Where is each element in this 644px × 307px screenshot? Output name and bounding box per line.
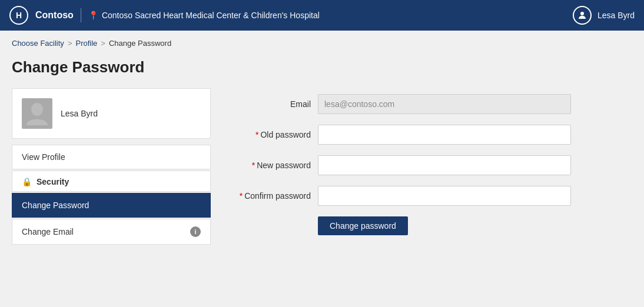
- user-avatar-icon[interactable]: [573, 6, 592, 25]
- header-divider: [81, 8, 81, 22]
- svg-point-1: [31, 103, 43, 116]
- header-right: Lesa Byrd: [573, 6, 635, 25]
- change-password-label: Change Password: [22, 201, 89, 210]
- sidebar-username: Lesa Byrd: [61, 109, 98, 118]
- breadcrumb-sep-2: >: [101, 39, 105, 48]
- required-marker-2: *: [252, 161, 255, 170]
- sidebar-item-view-profile[interactable]: View Profile: [12, 145, 211, 169]
- info-icon: i: [190, 226, 201, 237]
- new-password-field[interactable]: [318, 155, 571, 175]
- confirm-password-row: *Confirm password: [234, 186, 632, 206]
- form-area: Email *Old password *New password: [234, 88, 632, 246]
- content-layout: Lesa Byrd View Profile 🔒 Security Change…: [12, 88, 632, 246]
- page-title: Change Password: [12, 58, 632, 76]
- sidebar-security-header: 🔒 Security: [12, 171, 211, 192]
- header-left: H Contoso 📍 Contoso Sacred Heart Medical…: [9, 6, 320, 25]
- facility-name: Contoso Sacred Heart Medical Center & Ch…: [102, 11, 320, 20]
- confirm-password-field[interactable]: [318, 186, 571, 206]
- app-logo: H: [9, 6, 28, 25]
- change-password-button[interactable]: Change password: [318, 216, 408, 235]
- email-row: Email: [234, 94, 632, 114]
- old-password-row: *Old password: [234, 125, 632, 145]
- breadcrumb-profile[interactable]: Profile: [75, 39, 97, 48]
- new-password-label: *New password: [234, 161, 311, 170]
- change-email-label: Change Email: [22, 227, 74, 236]
- sidebar-user-card: Lesa Byrd: [12, 88, 211, 139]
- required-marker-3: *: [240, 191, 243, 201]
- submit-row: Change password: [234, 216, 632, 235]
- confirm-password-label: *Confirm password: [234, 191, 311, 201]
- email-label: Email: [234, 99, 311, 109]
- header-username: Lesa Byrd: [597, 11, 635, 20]
- view-profile-label: View Profile: [22, 152, 65, 162]
- main-container: Choose Facility > Profile > Change Passw…: [0, 31, 644, 307]
- old-password-label: *Old password: [234, 130, 311, 139]
- sidebar-item-change-password[interactable]: Change Password: [12, 193, 211, 218]
- old-password-field[interactable]: [318, 125, 571, 145]
- breadcrumb-current: Change Password: [109, 39, 171, 48]
- security-label: Security: [36, 177, 69, 186]
- app-name: Contoso: [35, 10, 74, 21]
- svg-point-0: [580, 12, 584, 15]
- breadcrumb: Choose Facility > Profile > Change Passw…: [12, 39, 632, 48]
- location-icon: 📍: [88, 11, 98, 20]
- app-header: H Contoso 📍 Contoso Sacred Heart Medical…: [0, 0, 644, 31]
- avatar-silhouette: [25, 101, 49, 126]
- header-facility: 📍 Contoso Sacred Heart Medical Center & …: [88, 11, 320, 20]
- breadcrumb-sep-1: >: [68, 39, 72, 48]
- person-icon: [577, 10, 587, 21]
- required-marker-1: *: [255, 130, 258, 139]
- sidebar-avatar: [22, 98, 52, 129]
- lock-icon: 🔒: [22, 177, 32, 186]
- sidebar-item-change-email[interactable]: Change Email i: [12, 219, 211, 245]
- breadcrumb-choose-facility[interactable]: Choose Facility: [12, 39, 64, 48]
- new-password-row: *New password: [234, 155, 632, 175]
- email-field[interactable]: [318, 94, 571, 114]
- logo-letter: H: [16, 11, 22, 20]
- sidebar: Lesa Byrd View Profile 🔒 Security Change…: [12, 88, 211, 246]
